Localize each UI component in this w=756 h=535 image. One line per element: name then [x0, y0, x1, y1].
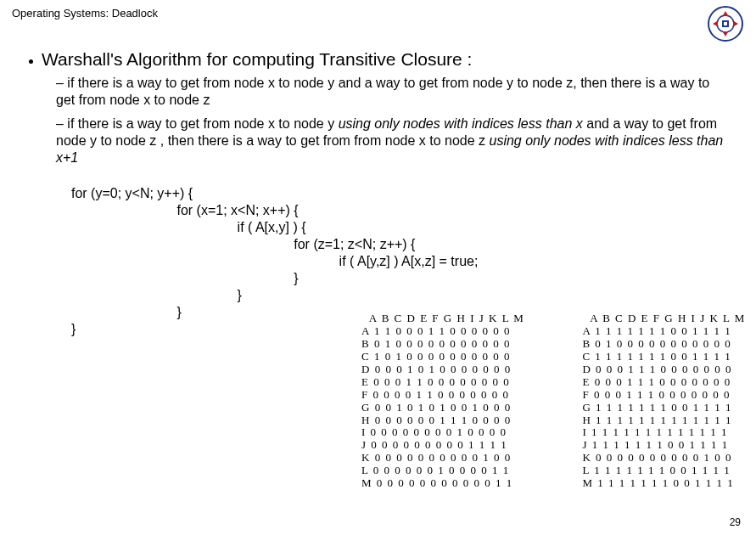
matrix-before: A B C D E F G H I J K L M A 1 1 0 0 0 1 …	[361, 313, 524, 490]
code-l6: }	[71, 271, 299, 285]
code-l5: if ( A[y,z] ) A[x,z] = true;	[71, 254, 478, 268]
sub2-part-a: – if there is a way to get from node x t…	[56, 116, 339, 131]
code-l4: for (z=1; z<N; z++) {	[71, 237, 415, 251]
page-number: 29	[730, 516, 741, 528]
main-bullet: Warshall's Algorithm for computing Trans…	[29, 49, 727, 70]
code-l8: }	[71, 305, 182, 319]
code-l9: }	[71, 322, 76, 336]
university-crest-icon	[707, 5, 744, 42]
sub-bullet-1: – if there is a way to get from node x t…	[56, 75, 727, 109]
matrix-after: A B C D E F G H I J K L M A 1 1 1 1 1 1 …	[582, 313, 745, 490]
sub-bullet-1-text: – if there is a way to get from node x t…	[56, 76, 709, 107]
code-l2: for (x=1; x<N; x++) {	[71, 203, 299, 217]
sub2-part-b: using only nodes with indices less than …	[339, 116, 583, 131]
svg-rect-2	[724, 22, 727, 25]
matrices-container: A B C D E F G H I J K L M A 1 1 0 0 0 1 …	[361, 313, 746, 490]
header-title: Operating Systems: Deadlock	[12, 7, 158, 20]
code-l1: for (y=0; y<N; y++) {	[71, 186, 193, 200]
bullet-icon	[29, 59, 33, 64]
main-bullet-text: Warshall's Algorithm for computing Trans…	[42, 49, 472, 70]
code-l7: }	[71, 288, 242, 302]
sub-bullet-2: – if there is a way to get from node x t…	[56, 115, 727, 166]
code-l3: if ( A[x,y] ) {	[71, 220, 306, 234]
